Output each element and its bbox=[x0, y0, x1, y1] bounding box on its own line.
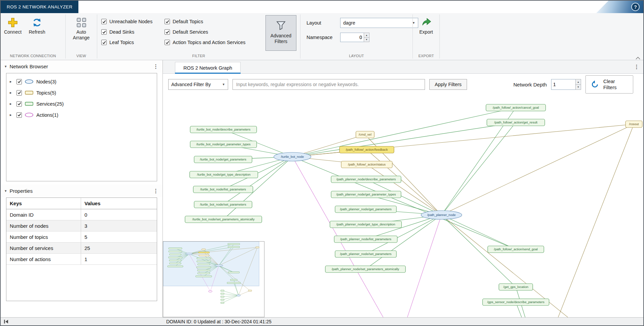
apply-filters-button[interactable]: Apply Filters bbox=[429, 79, 467, 90]
svg-text:/turtle_bot_node: /turtle_bot_node bbox=[281, 155, 304, 158]
spinner-up-icon[interactable]: ▲ bbox=[364, 33, 369, 38]
filter-checkbox-default-services[interactable]: Default Services bbox=[165, 29, 264, 35]
advanced-filters-button[interactable]: Advanced Filters bbox=[265, 15, 296, 51]
filter-checkbox-default-topics[interactable]: Default Topics bbox=[165, 19, 264, 25]
table-empty-space bbox=[6, 265, 157, 301]
row-key: Number of services bbox=[6, 243, 81, 253]
tree-item-nodes[interactable]: ▸ Nodes(3) bbox=[6, 76, 157, 87]
left-panel: ▾ Network Browser ⋮ ▸ Nodes(3) ▸ Topics(… bbox=[1, 60, 163, 317]
table-row[interactable]: Number of nodes 3 bbox=[6, 220, 157, 231]
spinner-up-icon[interactable]: ▲ bbox=[575, 79, 581, 85]
expand-arrow-icon[interactable]: ▸ bbox=[10, 90, 14, 95]
svg-text:/path_planner_node/get_type_de: /path_planner_node/get_type_description bbox=[336, 222, 395, 226]
tree-item-topics[interactable]: ▸ Topics(5) bbox=[6, 87, 157, 98]
checkbox-checked-icon[interactable] bbox=[16, 79, 22, 84]
checkbox-checked-icon[interactable] bbox=[16, 90, 22, 96]
status-text: DOMAIN ID: 0 Updated at : 30-Dec-2024 01… bbox=[164, 319, 272, 324]
svg-text:/turtle_bot_node/get_type_desc: /turtle_bot_node/get_type_description bbox=[197, 173, 251, 176]
collapse-triangle-icon[interactable]: ▾ bbox=[5, 189, 7, 193]
right-panel: ROS 2 Network Graph ⋮ Advanced Filter By… bbox=[163, 60, 643, 317]
checkbox-checked-icon[interactable] bbox=[16, 112, 22, 118]
svg-text:/rosout: /rosout bbox=[629, 122, 639, 126]
graph-toolbar: Advanced Filter By ▼ Apply Filters Netwo… bbox=[163, 74, 643, 95]
svg-text:/turtle_bot_node/get_parameter: /turtle_bot_node/get_parameter_types bbox=[196, 142, 250, 146]
export-button[interactable]: Export bbox=[414, 13, 438, 35]
svg-text:/path_follow/_action/feedback: /path_follow/_action/feedback bbox=[346, 148, 388, 151]
network-graph-canvas[interactable]: /turtle_bot_node/path_planner_node/cmd_v… bbox=[163, 95, 643, 317]
auto-arrange-button[interactable]: Auto Arrange bbox=[69, 13, 94, 41]
section-label-view: VIEW bbox=[66, 52, 97, 60]
auto-arrange-label: Auto Arrange bbox=[71, 29, 92, 41]
section-export: Export EXPORT bbox=[413, 13, 439, 60]
minimap-svg bbox=[163, 242, 264, 317]
titlebar: ROS 2 NETWORK ANALYZER ? bbox=[1, 1, 643, 13]
tree-item-actions[interactable]: ▸ Actions(1) bbox=[6, 109, 157, 120]
reset-arrow-icon bbox=[591, 80, 599, 89]
properties-table: Keys Values Domain ID 0 Number of nodes … bbox=[6, 197, 157, 301]
kebab-menu-icon[interactable]: ⋮ bbox=[153, 188, 158, 194]
connect-plus-icon bbox=[7, 17, 18, 28]
svg-text:/turtle_bot_node/set_parameter: /turtle_bot_node/set_parameters_atomical… bbox=[192, 217, 255, 221]
svg-text:/path_planner_node/list_parame: /path_planner_node/list_parameters bbox=[340, 237, 391, 241]
filter-checkbox-unreachable-nodes[interactable]: Unreachable Nodes bbox=[101, 19, 163, 25]
svg-text:/path_planner_node/describe_pa: /path_planner_node/describe_parameters bbox=[336, 177, 396, 181]
layout-dropdown[interactable]: dagre ▼ bbox=[340, 18, 418, 28]
clear-filters-button[interactable]: Clear Filters bbox=[585, 75, 633, 94]
row-value: 1 bbox=[81, 254, 157, 264]
table-row[interactable]: Domain ID 0 bbox=[6, 209, 157, 220]
svg-text:/turtle_bot_node/get_parameter: /turtle_bot_node/get_parameters bbox=[200, 157, 246, 161]
expand-arrow-icon[interactable]: ▸ bbox=[10, 79, 14, 84]
ribbon-collapse-chevron-icon[interactable] bbox=[635, 55, 641, 59]
auto-arrange-grid-icon bbox=[76, 17, 87, 28]
network-browser-header: ▾ Network Browser ⋮ bbox=[1, 60, 163, 72]
collapse-triangle-icon[interactable]: ▾ bbox=[5, 64, 7, 69]
table-header-row: Keys Values bbox=[6, 198, 157, 209]
network-depth-input[interactable] bbox=[551, 79, 575, 90]
kebab-menu-icon[interactable]: ⋮ bbox=[634, 64, 639, 70]
checkbox-checked-icon bbox=[165, 40, 170, 45]
network-browser-tree: ▸ Nodes(3) ▸ Topics(5) ▸ Services(25) bbox=[6, 73, 157, 181]
svg-text:/path_follow/_action/cancel_go: /path_follow/_action/cancel_goal bbox=[493, 106, 539, 109]
refresh-button[interactable]: Refresh bbox=[25, 13, 49, 35]
expand-arrow-icon[interactable]: ▸ bbox=[10, 113, 14, 117]
kebab-menu-icon[interactable]: ⋮ bbox=[153, 63, 158, 70]
topic-rect-icon bbox=[25, 90, 34, 95]
row-key: Number of topics bbox=[6, 231, 81, 242]
namespace-spinner: ▲ ▼ bbox=[340, 33, 418, 42]
spinner-down-icon[interactable]: ▼ bbox=[575, 85, 581, 90]
graph-minimap[interactable] bbox=[163, 241, 264, 317]
main-area: ▾ Network Browser ⋮ ▸ Nodes(3) ▸ Topics(… bbox=[1, 60, 643, 317]
svg-text:/path_planner_node/get_paramet: /path_planner_node/get_parameters bbox=[340, 207, 392, 211]
checkbox-checked-icon bbox=[101, 40, 107, 45]
filter-checkbox-leaf-topics[interactable]: Leaf Topics bbox=[101, 39, 163, 45]
keyword-search-input[interactable] bbox=[232, 79, 425, 90]
svg-text:/path_follow/_action/status: /path_follow/_action/status bbox=[348, 162, 386, 166]
row-value: 5 bbox=[81, 231, 157, 242]
namespace-input[interactable] bbox=[340, 33, 364, 42]
refresh-icon bbox=[32, 17, 42, 28]
advanced-filter-by-dropdown[interactable]: Advanced Filter By ▼ bbox=[168, 79, 228, 90]
skip-to-start-icon[interactable] bbox=[3, 319, 9, 325]
table-row[interactable]: Number of topics 5 bbox=[6, 231, 157, 243]
statusbar-left bbox=[1, 319, 164, 325]
svg-text:/path_planner_node: /path_planner_node bbox=[427, 213, 456, 217]
connect-button[interactable]: Connect bbox=[1, 13, 25, 35]
tree-item-services[interactable]: ▸ Services(25) bbox=[6, 98, 157, 109]
tab-ros2-network-graph[interactable]: ROS 2 Network Graph bbox=[175, 62, 241, 73]
spinner-down-icon[interactable]: ▼ bbox=[364, 38, 369, 42]
svg-text:/cmd_vel: /cmd_vel bbox=[359, 133, 371, 136]
expand-arrow-icon[interactable]: ▸ bbox=[10, 102, 14, 106]
help-button[interactable]: ? bbox=[631, 3, 640, 11]
filter-checkbox-dead-sinks[interactable]: Dead Sinks bbox=[101, 29, 163, 35]
layout-label: Layout bbox=[307, 20, 336, 26]
app-tab[interactable]: ROS 2 NETWORK ANALYZER bbox=[1, 1, 78, 13]
filter-checkbox-action-topics-services[interactable]: Action Topics and Action Services bbox=[165, 39, 264, 45]
section-label-layout: LAYOUT bbox=[300, 52, 413, 60]
table-row[interactable]: Number of services 25 bbox=[6, 243, 157, 254]
properties-header: ▾ Properties ⋮ bbox=[1, 185, 163, 197]
svg-text:/path_planner_node/set_paramet: /path_planner_node/set_parameters_atomic… bbox=[332, 267, 399, 271]
ribbon-empty-space bbox=[440, 13, 643, 60]
advanced-filters-label: Advanced Filters bbox=[269, 33, 293, 44]
checkbox-checked-icon[interactable] bbox=[16, 101, 22, 107]
table-row[interactable]: Number of actions 1 bbox=[6, 254, 157, 265]
